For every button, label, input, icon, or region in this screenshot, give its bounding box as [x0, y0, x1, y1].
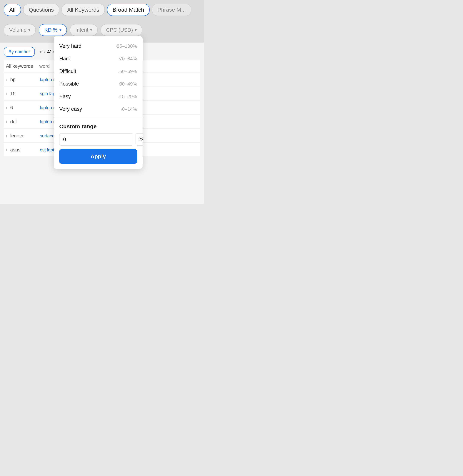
row-keyword-asus: asus: [10, 147, 40, 153]
range-from-input[interactable]: [59, 133, 133, 146]
row-keyword-lenovo: lenovo: [10, 133, 40, 139]
row-arrow-icon: ›: [6, 119, 7, 124]
row-arrow-icon: ›: [6, 91, 7, 96]
range-to-input[interactable]: [136, 133, 142, 145]
keyword-column-label: word: [39, 63, 50, 69]
custom-range-title: Custom range: [59, 123, 137, 130]
filter-bar: Volume ▾ KD % ▾ Intent ▾ CPC (USD) ▾: [4, 24, 142, 36]
item-range-easy: 15–29%: [119, 94, 137, 99]
tab-phrase-m[interactable]: Phrase M...: [152, 4, 191, 16]
item-range-very-hard: 85–100%: [117, 43, 137, 49]
tab-questions[interactable]: Questions: [23, 4, 59, 16]
kd-chevron-icon: ▾: [59, 28, 61, 32]
item-range-very-easy: 0–14%: [122, 106, 137, 112]
volume-chevron-icon: ▾: [28, 28, 30, 32]
item-range-possible: 30–49%: [119, 81, 137, 87]
item-label-difficult: Difficult: [59, 68, 116, 74]
row-arrow-icon: ›: [6, 148, 7, 152]
custom-range-section: Custom range ▲ ▼ Apply: [54, 119, 142, 169]
item-label-very-hard: Very hard: [59, 43, 114, 49]
row-arrow-icon: ›: [6, 105, 7, 110]
volume-filter[interactable]: Volume ▾: [4, 24, 36, 36]
by-number-button[interactable]: By number: [4, 47, 35, 57]
item-label-very-easy: Very easy: [59, 106, 119, 112]
dropdown-item-very-easy[interactable]: Very easy 𝑖 0–14%: [54, 103, 142, 115]
tab-bar: All Questions All Keywords Broad Match P…: [4, 4, 191, 16]
item-label-easy: Easy: [59, 94, 116, 99]
row-arrow-icon: ›: [6, 77, 7, 82]
item-label-hard: Hard: [59, 56, 116, 62]
cpc-filter[interactable]: CPC (USD) ▾: [101, 24, 142, 36]
range-to-wrapper: ▲ ▼: [135, 133, 142, 146]
dropdown-item-easy[interactable]: Easy 𝑖 15–29%: [54, 90, 142, 103]
tab-all-keywords[interactable]: All Keywords: [62, 4, 105, 16]
tab-all[interactable]: All: [4, 4, 21, 16]
item-range-hard: 70–84%: [119, 56, 137, 62]
dropdown-list: Very hard 𝑖 85–100% Hard 𝑖 70–84% Diffic…: [54, 36, 142, 117]
item-range-difficult: 50–69%: [119, 69, 137, 74]
dropdown-item-very-hard[interactable]: Very hard 𝑖 85–100%: [54, 40, 142, 53]
row-keyword-6: 6: [10, 105, 40, 111]
row-keyword-hp: hp: [10, 77, 40, 82]
all-keywords-label: All keywords: [6, 63, 39, 69]
intent-chevron-icon: ▾: [90, 28, 92, 32]
row-keyword-dell: dell: [10, 119, 40, 125]
intent-filter[interactable]: Intent ▾: [70, 24, 98, 36]
tab-broad-match[interactable]: Broad Match: [107, 4, 150, 16]
dropdown-item-possible[interactable]: Possible 𝑖 30–49%: [54, 78, 142, 90]
row-arrow-icon: ›: [6, 133, 7, 138]
item-label-possible: Possible: [59, 81, 116, 87]
dropdown-item-hard[interactable]: Hard 𝑖 70–84%: [54, 53, 142, 65]
dropdown-divider: [54, 118, 142, 118]
cpc-chevron-icon: ▾: [135, 28, 137, 32]
kd-dropdown: Very hard 𝑖 85–100% Hard 𝑖 70–84% Diffic…: [54, 36, 142, 169]
kd-filter[interactable]: KD % ▾: [39, 24, 67, 36]
row-keyword-15: 15: [10, 91, 40, 97]
range-inputs: ▲ ▼: [59, 133, 137, 146]
dropdown-item-difficult[interactable]: Difficult 𝑖 50–69%: [54, 65, 142, 78]
apply-button[interactable]: Apply: [59, 149, 137, 164]
